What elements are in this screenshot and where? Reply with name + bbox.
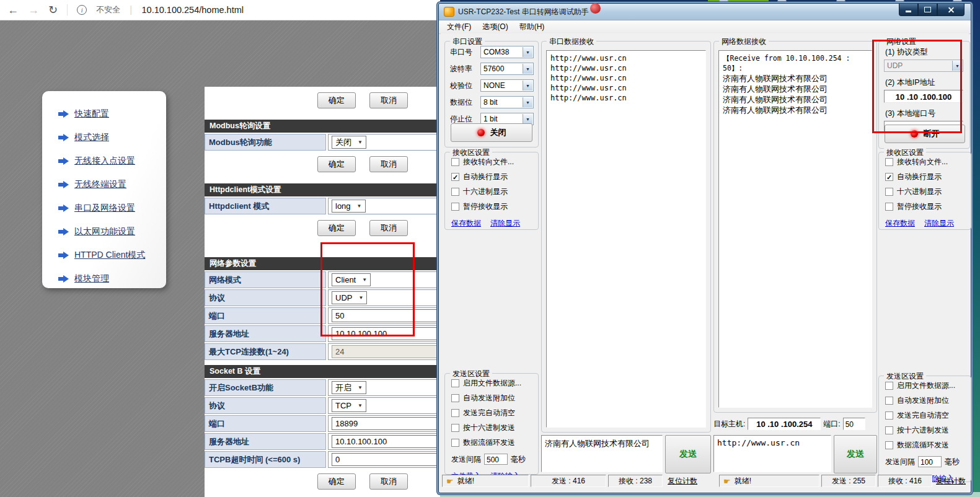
title-bar[interactable]: USR-TCP232-Test 串口转网络调试助手	[439, 4, 971, 20]
network-send-button[interactable]: 发送	[834, 435, 877, 473]
action-link[interactable]: 保存数据	[451, 218, 481, 229]
field-dropdown[interactable]: 8 bit ▼	[480, 96, 534, 108]
row-label: Modbus轮询功能	[205, 134, 326, 151]
protocol-dropdown[interactable]: UDP ▼	[884, 59, 963, 72]
security-label[interactable]: 不安全	[96, 4, 120, 15]
sidebar-menu-item[interactable]: 模块管理	[42, 267, 166, 291]
checkbox[interactable]	[451, 379, 459, 387]
field-control[interactable]: 开启	[332, 381, 366, 394]
field-control[interactable]: 18899	[332, 417, 438, 430]
sidebar-menu-link[interactable]: 快速配置	[74, 108, 109, 120]
field-control[interactable]: 10.10.100.100	[332, 435, 438, 448]
cancel-button[interactable]: 取消	[369, 473, 408, 490]
cancel-button[interactable]: 取消	[369, 220, 408, 236]
field-dropdown[interactable]: COM38 ▼	[480, 46, 534, 58]
field-control[interactable]: 24	[332, 345, 438, 358]
serial-send-button[interactable]: 发送	[665, 435, 711, 473]
reload-icon[interactable]: ↻	[48, 4, 58, 15]
ok-button[interactable]: 确定	[317, 473, 356, 490]
checkbox[interactable]	[885, 382, 893, 390]
reset-count-link-left[interactable]: 复位计数	[664, 475, 700, 487]
sidebar-menu-link[interactable]: 无线接入点设置	[74, 156, 135, 167]
field-dropdown[interactable]: NONE ▼	[480, 79, 534, 92]
sidebar-menu-item[interactable]: HTTPD Client模式	[42, 244, 166, 267]
cancel-button[interactable]: 取消	[369, 156, 408, 172]
checkbox[interactable]	[451, 188, 459, 196]
serial-send-input[interactable]: 济南有人物联网技术有限公司	[541, 435, 663, 472]
back-icon[interactable]: ←	[7, 4, 19, 15]
field-control[interactable]: 0	[332, 453, 438, 466]
reset-count-link-right[interactable]: 复位计数	[934, 475, 968, 487]
checkbox[interactable]	[885, 441, 893, 449]
checkbox[interactable]	[451, 394, 459, 402]
sidebar-menu-item[interactable]: 快速配置	[42, 102, 166, 126]
action-link[interactable]: 保存数据	[885, 218, 915, 229]
interval-input[interactable]: 500	[484, 454, 508, 465]
chevron-down-icon[interactable]: ▼	[523, 47, 532, 57]
field-control[interactable]: UDP	[332, 291, 367, 304]
field-control[interactable]: 50	[332, 309, 438, 322]
checkbox[interactable]	[451, 203, 459, 211]
action-link[interactable]: 清除显示	[490, 218, 520, 229]
checkbox[interactable]	[885, 426, 893, 434]
chevron-down-icon[interactable]: ▼	[523, 81, 532, 90]
sidebar-menu-link[interactable]: 无线终端设置	[74, 179, 126, 190]
sidebar-menu-item[interactable]: 模式选择	[42, 126, 166, 149]
chevron-down-icon[interactable]: ▼	[523, 114, 532, 124]
checkbox[interactable]	[885, 173, 893, 181]
target-host-input[interactable]: 10 .10 .100.254	[748, 418, 821, 430]
close-port-button[interactable]: 关闭	[451, 123, 532, 142]
sidebar-menu-link[interactable]: HTTPD Client模式	[74, 250, 145, 261]
window-controls	[899, 4, 965, 16]
address-bar[interactable]: 10.10.100.254/home.html	[142, 5, 244, 15]
field-control[interactable]: long	[332, 200, 366, 213]
serial-receive-area[interactable]: http://www.usr.cnhttp://www.usr.cnhttp:/…	[546, 50, 706, 428]
checkbox[interactable]	[451, 173, 459, 181]
target-port-input[interactable]: 50	[843, 418, 865, 430]
minimize-button[interactable]	[899, 4, 918, 16]
sidebar-menu-item[interactable]: 无线接入点设置	[42, 149, 166, 173]
checkbox[interactable]	[451, 409, 459, 417]
menu-entry[interactable]: 文件(F)	[441, 20, 477, 33]
local-ip-input[interactable]: 10 .10 .100.100	[884, 90, 963, 103]
sidebar-menu-link[interactable]: 模块管理	[74, 273, 109, 284]
checkbox[interactable]	[885, 397, 893, 405]
action-link[interactable]: 清除显示	[924, 218, 954, 229]
checkbox[interactable]	[451, 424, 459, 432]
group-title: 发送区设置	[450, 369, 492, 379]
chevron-down-icon[interactable]: ▼	[523, 64, 532, 74]
sidebar-menu-link[interactable]: 以太网功能设置	[74, 226, 135, 237]
interval-input[interactable]: 100	[918, 456, 942, 467]
close-button[interactable]	[937, 4, 965, 16]
chevron-down-icon[interactable]: ▼	[523, 97, 532, 107]
maximize-button[interactable]	[918, 4, 937, 16]
network-send-input[interactable]: http://www.usr.cn	[713, 435, 831, 472]
sidebar-menu-item[interactable]: 以太网功能设置	[42, 220, 166, 244]
field-control[interactable]: TCP	[332, 399, 366, 412]
checkbox[interactable]	[451, 158, 459, 166]
field-control[interactable]: 关闭	[332, 136, 366, 149]
info-icon[interactable]: i	[77, 5, 87, 15]
network-receive-area[interactable]: 【Receive from 10.10.100.254 : 50】: 济南有人物…	[718, 50, 872, 408]
checkbox[interactable]	[885, 411, 893, 420]
sidebar-menu-item[interactable]: 串口及网络设置	[42, 196, 166, 220]
checkbox[interactable]	[451, 439, 459, 447]
cancel-button[interactable]: 取消	[369, 92, 408, 108]
checkbox[interactable]	[885, 158, 893, 166]
ok-button[interactable]: 确定	[317, 92, 356, 108]
status-recv-count-right: 接收 : 416	[878, 475, 932, 487]
sidebar-menu-link[interactable]: 串口及网络设置	[74, 203, 135, 214]
sidebar-menu-link[interactable]: 模式选择	[74, 132, 109, 143]
menu-entry[interactable]: 选项(O)	[477, 20, 513, 33]
sidebar-menu-item[interactable]: 无线终端设置	[42, 173, 166, 196]
ok-button[interactable]: 确定	[317, 156, 356, 172]
forward-icon[interactable]: →	[28, 4, 39, 15]
menu-entry[interactable]: 帮助(H)	[514, 20, 550, 33]
disconnect-button[interactable]: 断开	[885, 125, 965, 143]
field-control[interactable]: 10.10.100.100	[332, 327, 438, 340]
field-control[interactable]: Client	[332, 273, 371, 286]
field-dropdown[interactable]: 57600 ▼	[480, 63, 534, 75]
ok-button[interactable]: 确定	[317, 220, 356, 236]
checkbox[interactable]	[885, 203, 893, 211]
checkbox[interactable]	[885, 188, 893, 196]
